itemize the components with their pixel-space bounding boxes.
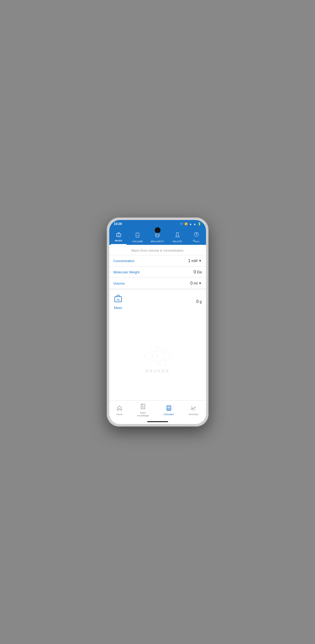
- volume-unit: ml: [194, 281, 198, 285]
- wifi-icon: ▲: [189, 222, 192, 225]
- bottom-nav-calculator[interactable]: Calculator: [160, 404, 177, 417]
- volume-row[interactable]: Volume 0 ml ▼: [109, 278, 206, 289]
- calculator-icon: [166, 405, 172, 412]
- bottom-nav-home[interactable]: Home: [113, 404, 126, 417]
- svg-point-8: [158, 234, 159, 235]
- svg-rect-36: [168, 409, 169, 410]
- svg-point-7: [156, 234, 157, 235]
- volume-nav-icon: [135, 232, 140, 239]
- rmax-nav-icon: [193, 231, 199, 239]
- volume-dropdown-arrow[interactable]: ▼: [199, 281, 202, 285]
- svg-rect-37: [170, 409, 170, 410]
- molecular-weight-value[interactable]: 0 Da: [194, 270, 202, 274]
- result-section: kg Mass 0 g: [109, 289, 206, 314]
- bottom-nav-basic-knowledge[interactable]: BasicKnowledge: [134, 403, 152, 418]
- concentration-number: 1: [188, 258, 190, 263]
- mass-nav-icon: kg: [116, 231, 122, 239]
- page-title: Mass from volume & concentration: [109, 245, 206, 255]
- result-label: Mass: [114, 306, 122, 310]
- svg-rect-32: [167, 408, 168, 409]
- home-icon: [117, 405, 122, 412]
- svg-text:kg: kg: [117, 298, 119, 301]
- concentration-row[interactable]: Concentration 1 mM ▼: [109, 255, 206, 266]
- concentration-unit: mM: [191, 259, 197, 263]
- molecular-weight-row[interactable]: Molecular Weight 0 Da: [109, 266, 206, 278]
- molarity-nav-label: MOLARITY: [151, 240, 164, 243]
- svg-rect-33: [168, 408, 169, 409]
- top-nav-mass[interactable]: kg MASS: [111, 230, 127, 245]
- status-icons: 🛡 😊 ▲ ▲ 🔋: [180, 222, 201, 226]
- camera-notch: [155, 227, 161, 233]
- volume-label: Volume: [113, 281, 125, 285]
- phone-screen: 10:28 🛡 😊 ▲ ▲ 🔋: [109, 220, 206, 424]
- svg-rect-34: [170, 408, 170, 409]
- home-bar: [147, 421, 168, 422]
- svg-rect-35: [167, 409, 168, 410]
- calculator-nav-label: Calculator: [163, 413, 174, 416]
- dilute-nav-label: DILUTE: [173, 240, 182, 243]
- bottom-nav-simulator[interactable]: Simulator: [186, 404, 202, 417]
- top-nav-dilute[interactable]: DILUTE: [170, 231, 185, 245]
- shield-icon: 🛡: [180, 222, 183, 225]
- molecular-weight-label: Molecular Weight: [113, 270, 140, 274]
- volume-nav-label: VOLUME: [132, 240, 143, 243]
- bruker-watermark: BRUKER: [109, 314, 206, 400]
- svg-point-23: [144, 355, 145, 357]
- status-time: 10:28: [114, 222, 122, 226]
- svg-rect-31: [167, 406, 170, 407]
- svg-text:kg: kg: [118, 235, 119, 236]
- result-left: kg Mass: [113, 293, 123, 310]
- mass-nav-label: MASS: [115, 239, 122, 242]
- simulator-icon: [191, 405, 197, 412]
- result-number: 0: [196, 299, 199, 304]
- bruker-text: BRUKER: [145, 369, 169, 374]
- bottom-navigation: Home BasicKnowledge: [109, 400, 206, 419]
- volume-number: 0: [190, 281, 193, 286]
- battery-icon: 🔋: [198, 222, 201, 226]
- svg-point-24: [157, 346, 158, 348]
- molecular-weight-unit: Da: [197, 270, 202, 274]
- svg-rect-2: [136, 233, 139, 237]
- concentration-label: Concentration: [113, 259, 135, 263]
- molecular-weight-number: 0: [194, 270, 196, 274]
- mass-result-icon: kg: [113, 293, 123, 305]
- concentration-dropdown-arrow[interactable]: ▼: [199, 259, 202, 263]
- status-bar: 10:28 🛡 😊 ▲ ▲ 🔋: [109, 220, 206, 227]
- top-nav-volume[interactable]: VOLUME: [130, 231, 145, 245]
- simulator-nav-label: Simulator: [189, 413, 199, 416]
- svg-point-22: [170, 355, 171, 357]
- main-content: Mass from volume & concentration Concent…: [109, 245, 206, 400]
- result-value: 0 g: [196, 299, 202, 304]
- svg-point-21: [157, 355, 159, 357]
- phone-frame: 10:28 🛡 😊 ▲ ▲ 🔋: [107, 217, 209, 427]
- svg-point-9: [156, 236, 157, 236]
- molarity-nav-icon: [154, 232, 160, 239]
- concentration-value[interactable]: 1 mM ▼: [188, 258, 202, 263]
- face-icon: 😊: [184, 222, 188, 226]
- svg-rect-25: [141, 404, 145, 409]
- basic-knowledge-icon: [140, 404, 146, 411]
- basic-knowledge-nav-label: BasicKnowledge: [137, 411, 149, 417]
- result-unit: g: [200, 300, 202, 304]
- bruker-logo: BRUKER: [142, 346, 173, 374]
- svg-point-11: [157, 235, 158, 236]
- signal-icon: ▲: [193, 222, 196, 225]
- rmax-nav-label: RMAX: [193, 239, 200, 243]
- home-nav-label: Home: [116, 413, 123, 416]
- home-indicator: [109, 419, 206, 424]
- dilute-nav-icon: [175, 232, 180, 239]
- svg-point-10: [158, 236, 159, 236]
- volume-value[interactable]: 0 ml ▼: [190, 281, 202, 286]
- top-nav-rmax[interactable]: RMAX: [188, 230, 204, 245]
